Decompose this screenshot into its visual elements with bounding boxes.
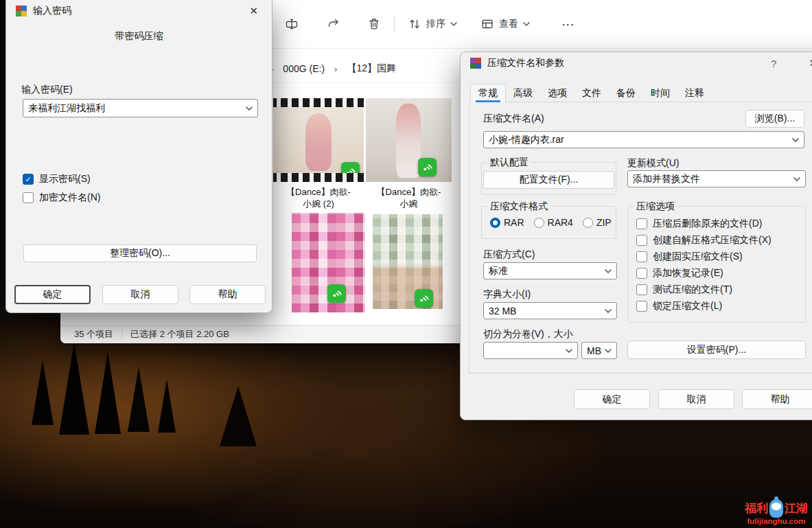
close-icon[interactable]: ✕ (804, 56, 812, 71)
browse-button[interactable]: 浏览(B)... (745, 110, 804, 128)
breadcrumb-drive[interactable]: 000G (E:) (280, 62, 327, 76)
dialog-titlebar: 输入密码 ✕ (6, 0, 272, 22)
photo-thumbnail (366, 98, 452, 182)
close-icon[interactable]: ✕ (245, 3, 262, 19)
archive-name-params-dialog: 压缩文件名和参数 ? ✕ 常规 高级 选项 文件 备份 时间 注释 压缩文件名(… (460, 51, 812, 420)
format-zip-radio[interactable]: ZIP (583, 217, 612, 228)
media-badge-icon (418, 158, 437, 176)
tab-files[interactable]: 文件 (575, 84, 609, 102)
rename-button[interactable] (279, 12, 305, 36)
help-icon[interactable]: ? (767, 56, 780, 71)
file-tile-video[interactable]: 【Dance】肉欲- 小婉 (2) (273, 98, 364, 209)
split-size-combobox[interactable] (483, 342, 578, 359)
delete-button[interactable] (361, 12, 387, 36)
items-count: 35 个项目 (74, 328, 113, 341)
view-icon (480, 17, 494, 31)
password-combobox[interactable]: 来福利江湖找福利 (23, 99, 258, 117)
fulijianghu-mascot-icon (769, 499, 783, 518)
chevron-down-icon (793, 177, 800, 181)
file-tile-pixelated[interactable] (373, 214, 443, 309)
dialog-titlebar: 压缩文件名和参数 ? ✕ (461, 52, 812, 74)
brand-left: 福利 (745, 501, 768, 516)
pixelated-thumbnail (292, 213, 365, 312)
check-glyph: ✓ (25, 175, 31, 184)
archive-name-value: 小婉-情趣内衣.rar (489, 134, 564, 146)
password-field-label: 输入密码(E) (21, 84, 73, 96)
password-value: 来福利江湖找福利 (28, 102, 105, 115)
sort-label: 排序 (426, 18, 445, 30)
profiles-group-label: 默认配置 (487, 157, 531, 169)
tree-silhouette (59, 342, 89, 435)
sfx-archive-checkbox[interactable]: 创建自解压格式压缩文件(X) (636, 234, 772, 246)
delete-files-checkbox[interactable]: 压缩后删除原来的文件(D) (636, 218, 762, 230)
file-name-line2: 小婉 (2) (286, 198, 351, 209)
sort-button[interactable]: 排序 (402, 12, 463, 36)
archive-name-combobox[interactable]: 小婉-情趣内衣.rar (483, 131, 804, 148)
tab-time[interactable]: 时间 (643, 84, 677, 102)
checkbox-unchecked-icon[interactable] (636, 301, 647, 312)
checkbox-unchecked-icon[interactable] (636, 268, 647, 279)
checkbox-unchecked-icon[interactable] (636, 251, 647, 262)
tab-backup[interactable]: 备份 (609, 84, 643, 102)
lock-archive-checkbox[interactable]: 锁定压缩文件(L) (636, 300, 722, 312)
recovery-record-checkbox[interactable]: 添加恢复记录(E) (636, 267, 723, 279)
tab-advanced[interactable]: 高级 (506, 84, 540, 102)
help-button[interactable]: 帮助 (189, 285, 266, 304)
file-name: 【Dance】肉欲- 小婉 (377, 186, 441, 209)
file-tile-image[interactable]: 【Dance】肉欲- 小婉 (366, 98, 452, 209)
checkbox-checked-icon[interactable]: ✓ (23, 174, 34, 185)
format-zip-label: ZIP (596, 217, 612, 228)
encrypt-filenames-checkbox[interactable]: 加密文件名(N) (23, 192, 100, 204)
radio-unselected-icon[interactable] (583, 218, 593, 228)
compression-method-combobox[interactable]: 标准 (483, 262, 617, 279)
ok-button[interactable]: 确定 (14, 285, 91, 304)
split-unit-combobox[interactable]: MB (581, 342, 617, 359)
radio-unselected-icon[interactable] (534, 218, 544, 228)
format-rar4-radio[interactable]: RAR4 (534, 217, 573, 228)
tab-comment[interactable]: 注释 (677, 84, 712, 102)
profiles-button[interactable]: 配置文件(F)... (483, 171, 614, 189)
dictionary-size-label: 字典大小(I) (483, 288, 531, 301)
file-name: 【Dance】肉欲- 小婉 (2) (286, 186, 351, 209)
winrar-dialog-icon (470, 58, 481, 69)
radio-selected-icon[interactable] (490, 218, 500, 228)
dictionary-size-combobox[interactable]: 32 MB (483, 302, 617, 319)
update-mode-combobox[interactable]: 添加并替换文件 (627, 170, 806, 187)
chevron-down-icon (246, 106, 253, 111)
help-button[interactable]: 帮助 (742, 389, 812, 409)
tab-general[interactable]: 常规 (470, 84, 506, 102)
checkbox-unchecked-icon[interactable] (23, 192, 34, 203)
media-badge-icon (341, 162, 360, 181)
tree-silhouette (158, 379, 176, 433)
chevron-down-icon (523, 22, 530, 26)
selection-summary: 已选择 2 个项目 2.20 GB (130, 328, 229, 341)
organize-passwords-button[interactable]: 整理密码(O)... (23, 244, 257, 262)
thumbnail-figure (305, 113, 332, 171)
format-rar-radio[interactable]: RAR (490, 217, 524, 228)
chevron-down-icon (605, 269, 612, 273)
show-password-label: 显示密码(S) (39, 173, 91, 185)
checkbox-unchecked-icon[interactable] (636, 235, 647, 246)
cancel-button[interactable]: 取消 (658, 389, 734, 409)
chevron-down-icon (566, 349, 572, 353)
rename-icon (285, 17, 299, 31)
checkbox-unchecked-icon[interactable] (636, 284, 647, 295)
tab-options[interactable]: 选项 (540, 84, 575, 102)
thumbnail-figure (396, 104, 421, 178)
compression-method-value: 标准 (489, 265, 508, 277)
cancel-button[interactable]: 取消 (102, 285, 178, 304)
test-files-checkbox[interactable]: 测试压缩的文件(T) (636, 284, 732, 296)
show-password-checkbox[interactable]: ✓ 显示密码(S) (23, 173, 91, 185)
more-options-button[interactable]: ⋯ (555, 11, 581, 38)
set-password-button[interactable]: 设置密码(P)... (627, 341, 806, 359)
checkbox-unchecked-icon[interactable] (636, 218, 647, 229)
compression-method-label: 压缩方式(C) (483, 249, 535, 261)
breadcrumb-folder[interactable]: 【12】国舞 (344, 61, 399, 76)
view-button[interactable]: 查看 (474, 12, 536, 36)
share-button[interactable] (320, 12, 346, 36)
solid-archive-checkbox[interactable]: 创建固实压缩文件(S) (636, 251, 743, 263)
option-label: 锁定压缩文件(L) (653, 300, 722, 312)
dictionary-size-value: 32 MB (489, 306, 516, 317)
file-tile-pixelated[interactable] (292, 213, 365, 312)
ok-button[interactable]: 确定 (574, 389, 650, 409)
